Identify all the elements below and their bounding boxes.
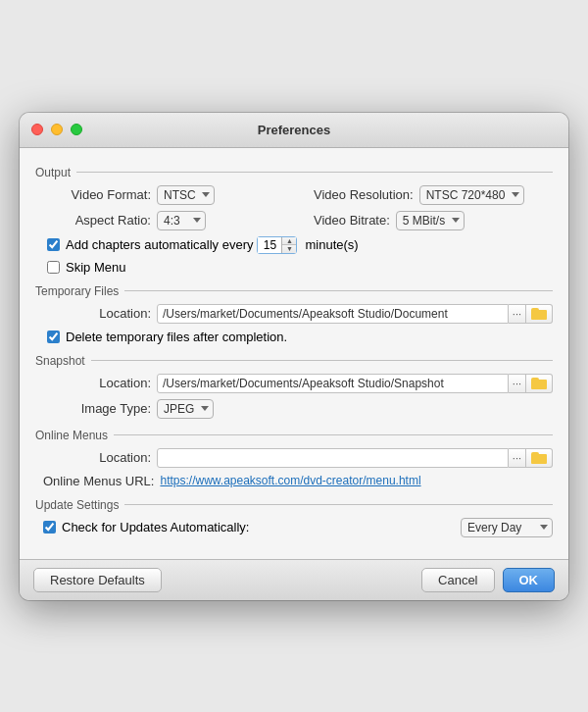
output-section-header: Output [35,166,553,179]
snapshot-path-group: /Users/market/Documents/Apeaksoft Studio… [157,374,553,393]
temp-files-section-label: Temporary Files [35,284,124,298]
bottom-bar: Restore Defaults Cancel OK [20,559,568,600]
update-frequency-select[interactable]: Every Day Every Week Every Month Never [461,518,553,537]
chapters-row: Add chapters automatically every ▲ ▼ min… [43,236,553,254]
snapshot-folder-button[interactable] [526,374,553,393]
update-right: Every Day Every Week Every Month Never [461,518,553,537]
online-url-row: Online Menus URL: https://www.apeaksoft.… [43,474,553,488]
video-format-label: Video Format: [43,187,151,202]
online-menus-section: Online Menus Location: ··· Online Menus … [35,429,553,488]
snapshot-body: Location: /Users/market/Documents/Apeaks… [35,374,553,419]
output-body: Video Format: NTSC PAL Video Resolution:… [35,185,553,275]
image-type-select[interactable]: JPEG PNG BMP [157,399,214,419]
output-section-label: Output [35,166,76,179]
video-format-group: Video Format: NTSC PAL [43,185,298,205]
update-settings-header: Update Settings [35,498,553,512]
delete-temp-checkbox[interactable] [47,331,60,343]
preferences-window: Preferences Output Video Format: NTSC PA… [20,113,568,600]
online-menus-section-label: Online Menus [35,429,114,442]
snapshot-location-label: Location: [43,376,151,390]
stepper-up-button[interactable]: ▲ [282,237,296,246]
delete-temp-label: Delete temporary files after completion. [66,330,287,344]
temp-files-divider [124,290,553,291]
image-type-label: Image Type: [43,401,151,416]
online-path-input[interactable] [157,448,509,468]
temp-path-text: /Users/market/Documents/Apeaksoft Studio… [163,307,448,321]
temp-path-input[interactable]: /Users/market/Documents/Apeaksoft Studio… [157,304,509,324]
snapshot-location-row: Location: /Users/market/Documents/Apeaks… [43,374,553,393]
temp-location-row: Location: /Users/market/Documents/Apeaks… [43,304,553,324]
online-url-label: Online Menus URL: [43,474,154,488]
aspect-ratio-select[interactable]: 4:3 16:9 [157,211,206,230]
temp-files-section-header: Temporary Files [35,284,553,298]
online-menus-body: Location: ··· Online Menus URL: https://… [35,448,553,488]
snapshot-path-text: /Users/market/Documents/Apeaksoft Studio… [163,377,444,390]
output-row-2: Aspect Ratio: 4:3 16:9 Video Bitrate: 5 … [43,211,553,230]
aspect-ratio-label: Aspect Ratio: [43,213,151,228]
chapters-stepper[interactable]: ▲ ▼ [257,236,297,254]
video-resolution-group: Video Resolution: NTSC 720*480 NTSC 352*… [298,185,553,205]
window-title: Preferences [258,123,330,137]
maximize-button[interactable] [71,124,82,135]
online-menus-section-header: Online Menus [35,429,553,442]
video-bitrate-group: Video Bitrate: 5 MBit/s 8 MBit/s [298,211,553,230]
snapshot-divider [91,360,553,361]
restore-defaults-button[interactable]: Restore Defaults [33,568,162,592]
update-settings-section: Update Settings Check for Updates Automa… [35,498,553,537]
video-bitrate-select[interactable]: 5 MBit/s 8 MBit/s [396,211,465,230]
update-settings-label: Update Settings [35,498,124,512]
temp-folder-icon [531,308,547,320]
aspect-ratio-group: Aspect Ratio: 4:3 16:9 [43,211,298,230]
skip-menu-label: Skip Menu [66,260,125,275]
snapshot-section: Snapshot Location: /Users/market/Documen… [35,354,553,419]
stepper-down-button[interactable]: ▼ [282,245,296,253]
temp-files-section: Temporary Files Location: /Users/market/… [35,284,553,344]
video-resolution-label: Video Resolution: [314,187,414,202]
stepper-arrows: ▲ ▼ [281,237,296,253]
cancel-button[interactable]: Cancel [421,568,494,592]
video-resolution-select[interactable]: NTSC 720*480 NTSC 352*240 [419,185,524,205]
online-menus-divider [114,434,553,435]
snapshot-ellipsis-button[interactable]: ··· [509,374,526,393]
chapters-checkbox[interactable] [47,238,60,251]
update-row: Check for Updates Automatically: Every D… [43,518,553,537]
temp-ellipsis-button[interactable]: ··· [509,304,526,324]
online-folder-button[interactable] [526,448,553,468]
online-ellipsis-button[interactable]: ··· [509,448,526,468]
output-section: Output Video Format: NTSC PAL Video Reso… [35,166,553,275]
chapters-label-before: Add chapters automatically every [66,237,253,252]
temp-path-group: /Users/market/Documents/Apeaksoft Studio… [157,304,553,324]
update-settings-body: Check for Updates Automatically: Every D… [35,518,553,537]
snapshot-path-input[interactable]: /Users/market/Documents/Apeaksoft Studio… [157,374,509,393]
auto-update-label: Check for Updates Automatically: [62,520,249,534]
temp-folder-button[interactable] [526,304,553,324]
online-folder-icon [531,452,547,464]
temp-files-body: Location: /Users/market/Documents/Apeaks… [35,304,553,344]
skip-menu-checkbox[interactable] [47,261,60,274]
snapshot-section-header: Snapshot [35,354,553,368]
online-location-label: Location: [43,450,151,465]
online-location-row: Location: ··· [43,448,553,468]
minimize-button[interactable] [51,124,63,135]
online-path-group: ··· [157,448,553,468]
snapshot-folder-icon [531,378,547,389]
right-buttons: Cancel OK [421,568,555,592]
ok-button[interactable]: OK [503,568,556,592]
update-left: Check for Updates Automatically: [43,520,461,534]
skip-menu-row: Skip Menu [43,260,553,275]
video-format-select[interactable]: NTSC PAL [157,185,215,205]
temp-location-label: Location: [43,306,151,321]
image-type-row: Image Type: JPEG PNG BMP [43,399,553,419]
preferences-content: Output Video Format: NTSC PAL Video Reso… [20,148,568,559]
chapters-unit: minute(s) [305,237,358,252]
delete-temp-row: Delete temporary files after completion. [43,330,553,344]
chapters-value-input[interactable] [258,237,281,253]
output-row-1: Video Format: NTSC PAL Video Resolution:… [43,185,553,205]
snapshot-section-label: Snapshot [35,354,91,368]
video-bitrate-label: Video Bitrate: [314,213,390,228]
auto-update-checkbox[interactable] [43,521,56,534]
traffic-lights [31,124,82,135]
close-button[interactable] [31,124,43,135]
online-url-link[interactable]: https://www.apeaksoft.com/dvd-creator/me… [160,474,420,487]
update-settings-divider [124,504,553,505]
